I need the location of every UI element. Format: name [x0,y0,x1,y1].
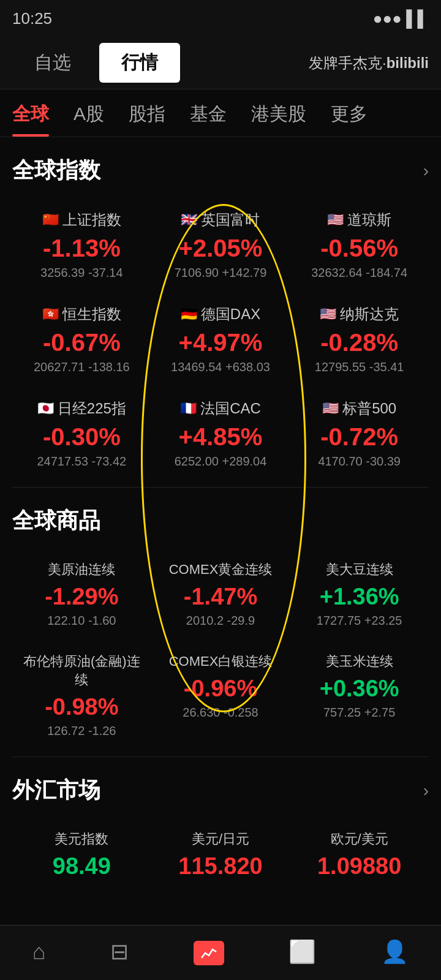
index-pct-shzs: -1.13% [18,235,145,262]
tab-zixuan[interactable]: 自选 [12,43,93,83]
nav-profile[interactable]: 👤 [381,939,409,967]
cat-fund[interactable]: 基金 [190,102,227,137]
forex-name-usd-index: 美元指数 [18,830,145,848]
forex-header: 外汇市场 › [12,775,429,805]
commodity-sub-crude: 122.10 -1.60 [18,614,145,628]
commodity-name-gold: COMEX黄金连续 [157,560,284,579]
index-pct-sp500: -0.72% [296,423,423,451]
profile-icon: 👤 [381,939,409,965]
commodity-gold[interactable]: COMEX黄金连续 -1.47% 2010.2 -29.9 [151,548,290,640]
commodity-crude-oil[interactable]: 美原油连续 -1.29% 122.10 -1.60 [12,548,151,640]
cat-ashare[interactable]: A股 [74,102,104,137]
cat-index[interactable]: 股指 [129,102,165,137]
commodity-sub-gold: 2010.2 -29.9 [157,614,284,628]
commodity-soybean[interactable]: 美大豆连续 +1.36% 1727.75 +23.25 [290,548,429,640]
forex-usdjpy[interactable]: 美元/日元 115.820 [151,818,290,895]
commodity-brent[interactable]: 布伦特原油(金融)连续 -0.98% 126.72 -1.26 [12,640,151,750]
index-pct-dow: -0.56% [296,235,423,262]
commodity-pct-corn: +0.36% [296,676,423,702]
index-pct-hsi: -0.67% [18,329,145,356]
commodity-silver[interactable]: COMEX白银连续 -0.96% 26.630 -0.258 [151,640,290,750]
index-sub-hsi: 20627.71 -138.16 [18,360,145,374]
flag-jp: 🇯🇵 [37,401,54,417]
forex-grid: 美元指数 98.49 美元/日元 115.820 欧元/美元 1.09880 [12,818,429,895]
index-pct-ftse: +2.05% [157,235,284,262]
flag-uk: 🇬🇧 [181,212,197,228]
index-sub-dow: 32632.64 -184.74 [296,266,423,280]
index-cell-nikkei[interactable]: 🇯🇵 日经225指 -0.30% 24717.53 -73.42 [12,386,151,481]
index-cell-hsi[interactable]: 🇭🇰 恒生指数 -0.67% 20627.71 -138.16 [12,292,151,386]
forex-usd-index[interactable]: 美元指数 98.49 [12,818,151,895]
commodity-sub-brent: 126.72 -1.26 [18,724,145,738]
index-pct-cac: +4.85% [157,423,284,451]
flag-us2: 🇺🇸 [320,306,336,322]
tab-hangqing[interactable]: 行情 [99,43,180,83]
home-icon: ⌂ [32,939,46,965]
index-pct-nasdaq: -0.28% [296,329,423,356]
index-name-hsi: 🇭🇰 恒生指数 [18,304,145,324]
list-icon: ⊟ [110,939,129,965]
status-bar: 10:25 ●●● ▌▌ [0,0,441,37]
commodity-name-silver: COMEX白银连续 [157,652,284,671]
flag-us1: 🇺🇸 [327,212,344,228]
index-cell-sp500[interactable]: 🇺🇸 标普500 -0.72% 4170.70 -30.39 [290,386,429,481]
index-cell-nasdaq[interactable]: 🇺🇸 纳斯达克 -0.28% 12795.55 -35.41 [290,292,429,386]
tab-bar: 自选 行情 发牌手杰克·bilibili [0,37,441,89]
index-name-cac: 🇫🇷 法国CAC [157,399,284,418]
commodity-sub-corn: 757.25 +2.75 [296,706,423,720]
cat-global[interactable]: 全球 [12,102,49,137]
index-sub-nikkei: 24717.53 -73.42 [18,454,145,469]
forex-name-eurusd: 欧元/美元 [296,830,423,848]
flag-hk: 🇭🇰 [42,306,59,322]
commodity-corn[interactable]: 美玉米连续 +0.36% 757.25 +2.75 [290,640,429,750]
commodity-sub-silver: 26.630 -0.258 [157,706,284,720]
tab-right-text: 发牌手杰克·bilibili [309,53,429,73]
global-index-title: 全球指数 [12,156,100,186]
nav-portfolio[interactable]: ⬜ [288,939,316,967]
commodity-section: 全球商品 美原油连续 -1.29% 122.10 -1.60 COMEX黄金连续… [0,488,441,756]
commodity-pct-soybean: +1.36% [296,584,423,610]
index-grid: 🇨🇳 上证指数 -1.13% 3256.39 -37.14 🇬🇧 英国富时 +2… [12,198,429,481]
forex-arrow[interactable]: › [423,781,429,801]
commodity-grid: 美原油连续 -1.29% 122.10 -1.60 COMEX黄金连续 -1.4… [12,548,429,750]
flag-fr: 🇫🇷 [180,401,197,417]
nav-market[interactable] [194,941,224,965]
status-right: ●●● ▌▌ [373,9,429,28]
index-cell-shzs[interactable]: 🇨🇳 上证指数 -1.13% 3256.39 -37.14 [12,198,151,292]
commodity-name-crude: 美原油连续 [18,560,145,579]
index-pct-nikkei: -0.30% [18,423,145,451]
nav-watchlist[interactable]: ⊟ [110,939,129,967]
forex-val-eurusd: 1.09880 [296,853,423,880]
category-nav: 全球 A股 股指 基金 港美股 更多 [0,89,441,137]
forex-val-usdjpy: 115.820 [157,853,284,880]
index-cell-cac[interactable]: 🇫🇷 法国CAC +4.85% 6252.00 +289.04 [151,386,290,481]
flag-us3: 🇺🇸 [322,401,339,417]
index-sub-sp500: 4170.70 -30.39 [296,454,423,469]
commodity-title: 全球商品 [12,506,100,536]
index-sub-nasdaq: 12795.55 -35.41 [296,360,423,374]
flag-cn: 🇨🇳 [42,212,59,228]
global-index-section: 全球指数 › 🇨🇳 上证指数 -1.13% 3256.39 -37.14 🇬🇧 … [0,137,441,487]
commodity-pct-silver: -0.96% [157,676,284,702]
index-name-dax: 🇩🇪 德国DAX [157,304,284,324]
nav-home[interactable]: ⌂ [32,939,46,967]
index-name-nikkei: 🇯🇵 日经225指 [18,399,145,418]
cat-hkus[interactable]: 港美股 [251,102,306,137]
chart-icon [194,941,224,965]
index-sub-ftse: 7106.90 +142.79 [157,266,284,280]
index-cell-dow[interactable]: 🇺🇸 道琼斯 -0.56% 32632.64 -184.74 [290,198,429,292]
index-sub-shzs: 3256.39 -37.14 [18,266,145,280]
commodity-pct-gold: -1.47% [157,584,284,610]
global-index-arrow[interactable]: › [423,161,429,181]
index-cell-ftse[interactable]: 🇬🇧 英国富时 +2.05% 7106.90 +142.79 [151,198,290,292]
forex-eurusd[interactable]: 欧元/美元 1.09880 [290,818,429,895]
commodity-name-corn: 美玉米连续 [296,652,423,671]
forex-name-usdjpy: 美元/日元 [157,830,284,848]
portfolio-icon: ⬜ [288,939,316,965]
index-cell-dax[interactable]: 🇩🇪 德国DAX +4.97% 13469.54 +638.03 [151,292,290,386]
cat-more[interactable]: 更多 [331,102,368,137]
bottom-nav: ⌂ ⊟ ⬜ 👤 [0,925,441,980]
index-name-ftse: 🇬🇧 英国富时 [157,210,284,230]
forex-section: 外汇市场 › 美元指数 98.49 美元/日元 115.820 欧元/美元 1.… [0,757,441,902]
index-name-nasdaq: 🇺🇸 纳斯达克 [296,304,423,324]
